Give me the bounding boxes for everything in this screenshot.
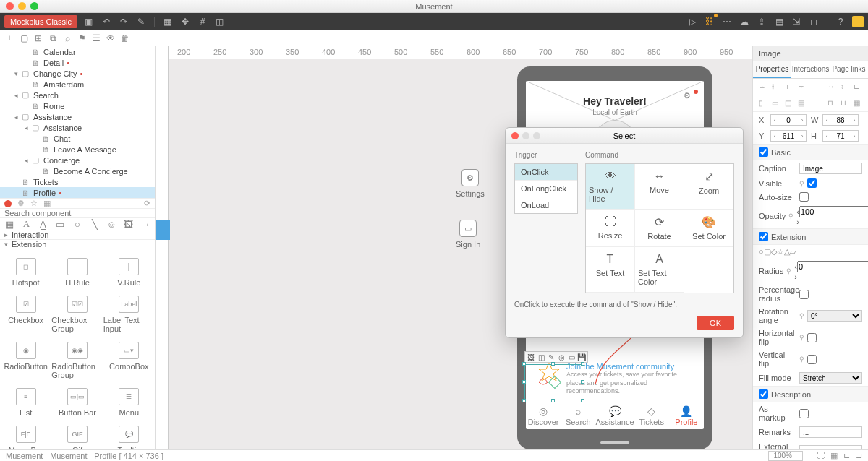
shapes-row[interactable]: ○▢◇☆△▱ xyxy=(759,247,796,257)
component-item[interactable]: ☑Checkbox xyxy=(0,291,51,337)
component-item[interactable]: │V.Rule xyxy=(103,254,155,291)
align-b3-icon[interactable]: ◫ xyxy=(785,99,793,108)
edit-icon[interactable]: ✎ xyxy=(547,353,556,361)
component-item[interactable]: ◉◉RadioButton Group xyxy=(51,337,103,384)
tab-properties[interactable]: Properties xyxy=(753,61,791,78)
cloud-icon[interactable]: ☁ xyxy=(739,16,750,27)
cog-icon[interactable]: ⚙ xyxy=(17,199,25,208)
radius-input[interactable]: ‹› xyxy=(794,261,868,281)
tree-item[interactable]: 🗎Chat xyxy=(0,133,155,144)
tree-item[interactable]: 🗎Become A Concierge xyxy=(0,165,155,176)
crop-icon[interactable]: ◫ xyxy=(537,353,545,361)
dist-space-icon[interactable]: ⊔ xyxy=(841,99,849,108)
align-edge-icon[interactable]: ⊏ xyxy=(854,82,862,91)
trigger-item[interactable]: OnClick xyxy=(515,164,577,181)
opacity-input[interactable]: ‹› xyxy=(796,206,868,226)
trash-icon[interactable]: 🗑 xyxy=(120,33,130,43)
flag-icon[interactable]: ⚑ xyxy=(77,33,87,43)
section-extension[interactable]: Extension xyxy=(753,228,868,245)
ok-button[interactable]: OK xyxy=(697,316,734,330)
command-item[interactable]: ↔Move xyxy=(635,164,684,210)
refresh-icon[interactable]: ⟳ xyxy=(144,199,150,208)
y-input[interactable]: ‹› xyxy=(770,130,807,142)
command-item[interactable]: 🎨Set Color xyxy=(684,210,733,247)
panel-icon[interactable]: ◻ xyxy=(808,16,820,27)
component-item[interactable]: ☑☑Checkbox Group xyxy=(51,291,103,337)
x-input[interactable]: ‹› xyxy=(770,114,807,126)
command-item[interactable]: 👁Show / Hide xyxy=(586,164,635,210)
tree-item[interactable]: 🗎Detail• xyxy=(0,57,155,68)
dist-h-icon[interactable]: ↔ xyxy=(827,82,836,91)
w-input[interactable]: ‹› xyxy=(822,114,859,126)
tree-item[interactable]: 🗎Calendar xyxy=(0,46,155,57)
tree-item[interactable]: 🗎Leave A Message xyxy=(0,144,155,155)
component-item[interactable]: ◻Hotspot xyxy=(0,254,51,291)
face-icon[interactable]: ☺ xyxy=(106,218,116,230)
signin-side-button[interactable]: ▭ Sign In xyxy=(456,220,480,249)
category-interaction[interactable]: ▸Interaction xyxy=(0,231,155,240)
tree-item[interactable]: ◂▢Concierge xyxy=(0,155,155,165)
expand-icon[interactable]: ⊐ xyxy=(856,451,862,460)
brand-badge[interactable]: Mockplus Classic xyxy=(4,15,77,28)
tabbar-item[interactable]: ◇Tickets xyxy=(634,402,669,429)
add-icon[interactable]: ＋ xyxy=(4,33,14,43)
tab-pagelinks[interactable]: Page links xyxy=(830,61,868,78)
match-size-icon[interactable]: ▦ xyxy=(854,99,862,108)
component-item[interactable]: ☰Menu xyxy=(103,384,155,421)
settings-side-button[interactable]: ⚙ Settings xyxy=(456,169,485,198)
tree-item[interactable]: 🗎Profile• xyxy=(0,187,155,198)
tree-item[interactable]: ◂▢Assistance xyxy=(0,122,155,133)
redo-icon[interactable]: ↷ xyxy=(118,16,129,27)
component-item[interactable]: —H.Rule xyxy=(51,254,103,291)
rect-icon[interactable]: ▭ xyxy=(56,218,66,230)
search-input[interactable] xyxy=(0,209,155,217)
window-controls[interactable] xyxy=(6,2,38,10)
selection-toolbar[interactable]: 🖼 ◫ ✎ ◎ ▭ 💾 xyxy=(524,351,588,363)
list-icon[interactable]: ☰ xyxy=(91,33,101,43)
h-input[interactable]: ‹› xyxy=(822,130,859,142)
rotation-select[interactable]: 0° xyxy=(807,310,862,322)
trigger-item[interactable]: OnLoad xyxy=(515,197,577,213)
grid-icon[interactable]: ▦ xyxy=(162,16,174,27)
align-top-icon[interactable]: ⫟ xyxy=(798,82,807,91)
section-description[interactable]: Description xyxy=(753,386,868,402)
eye-icon[interactable]: 👁 xyxy=(106,33,116,43)
collapse-icon[interactable]: ⊏ xyxy=(843,451,850,460)
remarks-input[interactable] xyxy=(799,426,862,438)
more-icon[interactable]: ⋯ xyxy=(721,16,733,27)
component-item[interactable]: ◉RadioButton xyxy=(0,337,51,384)
align-b2-icon[interactable]: ▭ xyxy=(772,99,780,108)
image-icon[interactable]: 🖼 xyxy=(124,218,134,230)
play-icon[interactable]: ▷ xyxy=(686,16,698,27)
align-b4-icon[interactable]: ▤ xyxy=(798,99,807,108)
maximize-icon[interactable] xyxy=(30,2,38,10)
target-icon[interactable]: ◎ xyxy=(557,353,566,361)
category-extension[interactable]: ▾Extension xyxy=(0,240,155,249)
hflip-checkbox[interactable] xyxy=(807,333,817,342)
share-icon[interactable]: ⇪ xyxy=(756,16,767,27)
settings-gear-icon[interactable]: ⚙ xyxy=(684,91,697,104)
tabbar-item[interactable]: 💬Assistance xyxy=(595,402,634,429)
component-item[interactable]: ≡List xyxy=(0,384,51,421)
move-icon[interactable]: ✥ xyxy=(179,16,191,27)
caption-input[interactable] xyxy=(799,163,862,174)
align-center-icon[interactable]: ⫲ xyxy=(772,82,780,91)
tabbar-item[interactable]: ◎Discover xyxy=(526,402,561,429)
text-icon[interactable]: A xyxy=(22,218,32,230)
underline-icon[interactable]: A̲ xyxy=(38,218,48,230)
copy-icon[interactable]: ⧉ xyxy=(48,33,58,43)
command-item[interactable]: ⛶Resize xyxy=(586,210,635,247)
component-item[interactable]: ▭▾ComboBox xyxy=(103,337,155,384)
asmarkup-checkbox[interactable] xyxy=(799,409,809,418)
search-icon[interactable]: ⌕ xyxy=(62,33,72,43)
snap-icon[interactable]: # xyxy=(197,16,208,27)
command-item[interactable]: ⟳Rotate xyxy=(635,210,684,247)
record-icon[interactable] xyxy=(4,200,12,207)
align-right-icon[interactable]: ⫞ xyxy=(785,82,793,91)
minimize-icon[interactable] xyxy=(18,2,26,10)
pradius-checkbox[interactable] xyxy=(799,290,809,299)
component-item[interactable]: ▭|▭Button Bar xyxy=(51,384,103,421)
monitor-icon[interactable]: ▭ xyxy=(567,353,576,361)
save-icon[interactable]: ▣ xyxy=(83,16,95,27)
folder-icon[interactable]: ▢ xyxy=(19,33,29,43)
